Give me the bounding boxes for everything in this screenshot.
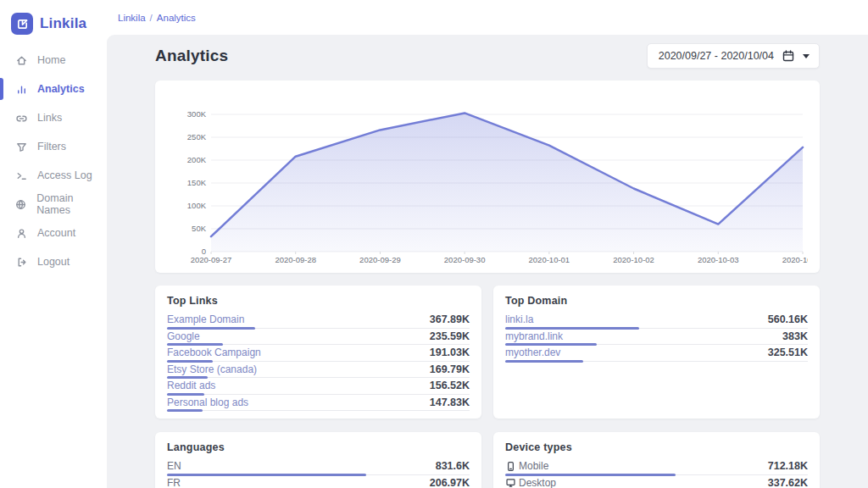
stat-link[interactable]: Facebook Campaign: [167, 347, 261, 358]
brand-name: Linkila: [40, 15, 86, 32]
stat-label-text: Google: [167, 330, 200, 342]
chart-area-fill: [211, 113, 803, 252]
y-tick-label: 250K: [187, 132, 207, 141]
sidebar: Linkila HomeAnalyticsLinksFiltersAccess …: [0, 0, 107, 488]
x-tick-label: 2020-10-01: [529, 255, 570, 264]
stat-label-text: linki.la: [505, 313, 533, 325]
stat-value: 206.97K: [430, 477, 470, 488]
sidebar-item-access-log[interactable]: Access Log: [0, 161, 107, 190]
x-tick-label: 2020-09-29: [359, 255, 401, 264]
stat-label-text: Desktop: [519, 477, 556, 488]
stat-label-text: Personal blog ads: [167, 396, 248, 408]
x-tick-label: 2020-10-03: [698, 255, 739, 264]
stat-label: Desktop: [505, 477, 556, 488]
sidebar-item-logout[interactable]: Logout: [0, 247, 107, 276]
links-icon: [14, 111, 28, 125]
stat-label-text: FR: [167, 477, 181, 488]
stat-label-text: EN: [167, 460, 181, 472]
stat-bar: [167, 409, 203, 412]
breadcrumb-current: Analytics: [157, 13, 196, 23]
sidebar-item-label: Account: [37, 227, 75, 239]
stat-row: Etsy Store (canada)169.79K: [167, 362, 470, 379]
x-tick-label: 2020-09-30: [444, 255, 486, 264]
stat-link[interactable]: linki.la: [505, 313, 533, 325]
x-tick-label: 2020-09-28: [275, 255, 316, 264]
main-content: Analytics 2020/09/27 - 2020/10/04 050K10…: [107, 35, 868, 488]
logout-icon: [14, 255, 28, 269]
y-tick-label: 200K: [187, 155, 207, 164]
card-top-domain: Top Domainlinki.la560.16Kmybrand.link383…: [493, 286, 820, 419]
account-icon: [14, 226, 28, 240]
stat-bar: [505, 360, 583, 363]
access-log-icon: [14, 169, 28, 182]
stat-label-text: Etsy Store (canada): [167, 363, 257, 375]
stat-label-text: Example Domain: [167, 313, 244, 325]
sidebar-item-home[interactable]: Home: [0, 46, 107, 75]
stat-label: EN: [167, 460, 181, 472]
date-range-picker[interactable]: 2020/09/27 - 2020/10/04: [647, 43, 820, 69]
stat-link[interactable]: Google: [167, 330, 200, 342]
stat-row: Mobile712.18K: [505, 458, 808, 475]
breadcrumb: Linkila / Analytics: [118, 13, 196, 23]
stat-row: Facebook Campaign191.03K: [167, 345, 470, 362]
mobile-icon: [505, 461, 516, 472]
stat-value: 712.18K: [768, 460, 808, 472]
sidebar-item-label: Filters: [37, 141, 66, 152]
card-title: Top Domain: [505, 295, 808, 307]
stat-row: Desktop337.62K: [505, 475, 808, 488]
filters-icon: [14, 140, 28, 153]
logo[interactable]: Linkila: [0, 0, 107, 37]
linkila-logo-icon: [11, 13, 33, 35]
sidebar-item-links[interactable]: Links: [0, 103, 107, 132]
stat-row: FR206.97K: [167, 475, 470, 488]
y-tick-label: 50K: [192, 224, 207, 233]
stat-link[interactable]: Personal blog ads: [167, 396, 248, 408]
sidebar-item-domain-names[interactable]: Domain Names: [0, 190, 107, 219]
y-tick-label: 100K: [187, 201, 207, 210]
stat-row: mybrand.link383K: [505, 329, 808, 346]
analytics-icon: [14, 82, 28, 96]
card-top-links: Top LinksExample Domain367.89KGoogle235.…: [155, 286, 481, 419]
stat-value: 383K: [782, 330, 808, 342]
sidebar-item-filters[interactable]: Filters: [0, 132, 107, 161]
sidebar-nav: HomeAnalyticsLinksFiltersAccess LogDomai…: [0, 46, 107, 276]
stat-row: Google235.59K: [167, 329, 470, 346]
stat-value: 367.89K: [430, 313, 470, 325]
stat-link[interactable]: Etsy Store (canada): [167, 363, 257, 375]
stat-link[interactable]: Reddit ads: [167, 380, 215, 391]
stat-value: 147.83K: [430, 396, 470, 408]
sidebar-item-label: Home: [37, 54, 65, 66]
stat-value: 831.6K: [436, 460, 470, 472]
stat-label-text: Mobile: [519, 460, 548, 472]
breadcrumb-home[interactable]: Linkila: [118, 13, 146, 23]
card-device-types: Device typesMobile712.18KDesktop337.62K: [493, 432, 820, 488]
sidebar-item-label: Access Log: [37, 169, 92, 181]
home-icon: [14, 53, 28, 67]
calendar-icon: [782, 49, 795, 63]
x-tick-label: 2020-09-27: [191, 255, 232, 264]
date-range-value: 2020/09/27 - 2020/10/04: [659, 50, 774, 62]
sidebar-item-account[interactable]: Account: [0, 219, 107, 247]
stat-value: 169.79K: [430, 363, 470, 375]
sidebar-item-label: Analytics: [37, 83, 85, 95]
x-tick-label: 2020-10-04: [782, 255, 808, 264]
page-header: Analytics 2020/09/27 - 2020/10/04: [155, 43, 820, 69]
desktop-icon: [505, 477, 516, 488]
stat-value: 191.03K: [430, 347, 470, 358]
stat-row: myother.dev325.51K: [505, 345, 808, 362]
stat-link[interactable]: mybrand.link: [505, 330, 563, 342]
stat-row: linki.la560.16K: [505, 312, 808, 329]
stat-link[interactable]: Example Domain: [167, 313, 244, 325]
sidebar-item-label: Domain Names: [36, 192, 107, 216]
stat-row: Reddit ads156.52K: [167, 378, 470, 395]
breadcrumb-separator: /: [150, 13, 153, 23]
stat-value: 156.52K: [430, 380, 470, 391]
stat-label-text: Reddit ads: [167, 380, 215, 391]
stat-link[interactable]: myother.dev: [505, 347, 560, 358]
traffic-area-chart: 050K100K150K200K250K300K2020-09-272020-0…: [167, 91, 808, 269]
card-title: Device types: [505, 441, 808, 453]
stat-row: EN831.6K: [167, 458, 470, 475]
stat-value: 560.16K: [768, 313, 808, 325]
sidebar-item-analytics[interactable]: Analytics: [0, 75, 107, 103]
stats-cards: Top LinksExample Domain367.89KGoogle235.…: [155, 286, 820, 488]
